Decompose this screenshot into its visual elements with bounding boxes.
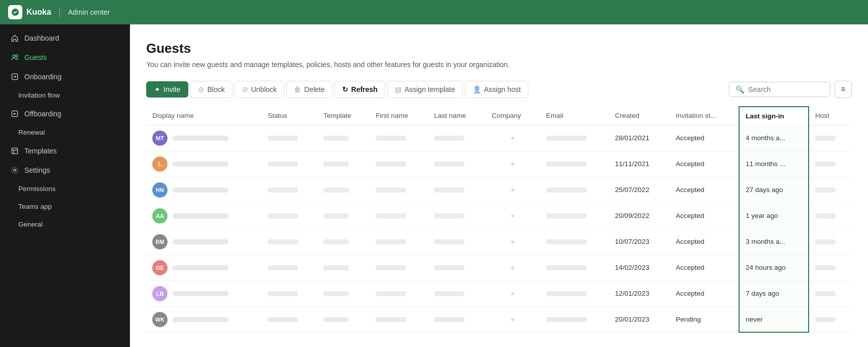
col-email[interactable]: Email bbox=[540, 107, 609, 125]
col-last-name[interactable]: Last name bbox=[428, 107, 486, 125]
firstname-placeholder bbox=[376, 213, 406, 218]
assign-host-button[interactable]: 👤 Assign host bbox=[465, 81, 528, 98]
col-template[interactable]: Template bbox=[317, 107, 370, 125]
table-row[interactable]: LB 12/01/2023Accepted7 days ago bbox=[146, 280, 852, 306]
offboarding-icon bbox=[10, 109, 19, 118]
search-input[interactable] bbox=[748, 85, 824, 93]
table-row[interactable]: HN 25/07/2022Accepted27 days ago bbox=[146, 177, 852, 203]
sidebar-item-permissions[interactable]: Permissions bbox=[0, 180, 130, 198]
refresh-button[interactable]: ↻ Refresh bbox=[335, 81, 385, 98]
col-created[interactable]: Created bbox=[609, 107, 670, 125]
col-display-name[interactable]: Display name bbox=[146, 107, 261, 125]
cell-created: 12/01/2023 bbox=[609, 280, 670, 306]
status-placeholder bbox=[268, 265, 298, 270]
status-placeholder bbox=[268, 213, 298, 218]
col-last-signin[interactable]: Last sign-in bbox=[739, 107, 809, 125]
name-placeholder bbox=[173, 239, 228, 244]
table-row[interactable]: AA 20/09/2022Accepted1 year ago bbox=[146, 203, 852, 229]
block-button[interactable]: ⊘ Block bbox=[190, 81, 232, 98]
col-first-name[interactable]: First name bbox=[370, 107, 428, 125]
lastname-placeholder bbox=[434, 162, 464, 167]
svg-point-2 bbox=[16, 55, 18, 57]
sidebar-item-general[interactable]: General bbox=[0, 215, 130, 233]
email-placeholder bbox=[546, 317, 587, 322]
cell-last-signin: 4 months a... bbox=[739, 125, 809, 151]
cell-first-name bbox=[370, 255, 428, 280]
cell-email bbox=[540, 255, 609, 280]
email-placeholder bbox=[546, 213, 587, 218]
company-placeholder bbox=[511, 214, 514, 217]
email-placeholder bbox=[546, 265, 587, 270]
invite-button[interactable]: ✦ Invite bbox=[146, 81, 188, 98]
table-row[interactable]: MT 28/01/2021Accepted4 months a... bbox=[146, 125, 852, 151]
sidebar-item-onboarding[interactable]: Onboarding bbox=[0, 67, 130, 86]
cell-host bbox=[809, 177, 852, 203]
cell-template bbox=[317, 229, 370, 255]
col-status[interactable]: Status bbox=[261, 107, 317, 125]
firstname-placeholder bbox=[376, 265, 406, 270]
email-placeholder bbox=[546, 239, 587, 244]
assign-template-button[interactable]: ▤ Assign template bbox=[387, 81, 463, 98]
delete-button[interactable]: 🗑 Delete bbox=[286, 81, 332, 98]
settings-icon bbox=[10, 166, 19, 175]
cell-template bbox=[317, 177, 370, 203]
company-placeholder bbox=[511, 137, 514, 140]
host-placeholder bbox=[815, 239, 836, 244]
svg-rect-5 bbox=[12, 148, 17, 153]
status-placeholder bbox=[268, 136, 298, 141]
cell-host bbox=[809, 151, 852, 177]
status-placeholder bbox=[268, 291, 298, 296]
sidebar-item-settings[interactable]: Settings bbox=[0, 161, 130, 180]
cell-template bbox=[317, 203, 370, 229]
logo[interactable]: Kuoka bbox=[8, 5, 51, 19]
col-company[interactable]: Company bbox=[486, 107, 540, 125]
sidebar-item-teams-app[interactable]: Teams app bbox=[0, 198, 130, 215]
cell-status bbox=[261, 151, 317, 177]
svg-point-1 bbox=[13, 55, 15, 57]
table-row[interactable]: OE 14/02/2023Accepted24 hours ago bbox=[146, 255, 852, 280]
firstname-placeholder bbox=[376, 291, 406, 296]
unblock-button[interactable]: ⊘ Unblock bbox=[235, 81, 285, 98]
cell-company bbox=[486, 125, 540, 151]
avatar: L bbox=[152, 156, 168, 172]
main-content: Guests You can invite new guests and man… bbox=[130, 24, 868, 347]
avatar: OE bbox=[152, 260, 168, 275]
cell-email bbox=[540, 203, 609, 229]
search-input-wrap[interactable]: 🔍 bbox=[729, 82, 830, 97]
cell-last-signin: 3 months a... bbox=[739, 229, 809, 255]
sidebar-item-dashboard[interactable]: Dashboard bbox=[0, 28, 130, 48]
cell-created: 14/02/2023 bbox=[609, 255, 670, 280]
cell-last-name bbox=[428, 255, 486, 280]
col-host[interactable]: Host bbox=[809, 107, 852, 125]
cell-first-name bbox=[370, 125, 428, 151]
cell-first-name bbox=[370, 280, 428, 306]
status-placeholder bbox=[268, 187, 298, 193]
col-invitation-status[interactable]: Invitation st... bbox=[670, 107, 739, 125]
sidebar-item-templates[interactable]: Templates bbox=[0, 141, 130, 161]
table-row[interactable]: WK 20/01/2023Pendingnever bbox=[146, 306, 852, 332]
sidebar-item-renewal[interactable]: Renewal bbox=[0, 123, 130, 141]
cell-host bbox=[809, 125, 852, 151]
cell-last-name bbox=[428, 203, 486, 229]
lastname-placeholder bbox=[434, 213, 464, 218]
sidebar-item-offboarding[interactable]: Offboarding bbox=[0, 104, 130, 123]
sidebar-item-guests[interactable]: Guests bbox=[0, 48, 130, 67]
table-row[interactable]: RM 10/07/2023Accepted3 months a... bbox=[146, 229, 852, 255]
cell-invitation-status: Accepted bbox=[670, 125, 739, 151]
cell-template bbox=[317, 255, 370, 280]
sidebar-label-dashboard: Dashboard bbox=[24, 34, 59, 42]
templates-icon bbox=[10, 146, 19, 155]
cell-status bbox=[261, 280, 317, 306]
cell-first-name bbox=[370, 306, 428, 332]
sidebar-item-invitation-flow[interactable]: Invitation flow bbox=[0, 86, 130, 104]
table-row[interactable]: L 11/11/2021Accepted11 months ... bbox=[146, 151, 852, 177]
cell-email bbox=[540, 177, 609, 203]
block-icon: ⊘ bbox=[198, 85, 204, 93]
email-placeholder bbox=[546, 187, 587, 193]
filter-button[interactable]: ≡ bbox=[834, 81, 852, 98]
email-placeholder bbox=[546, 291, 587, 296]
invite-label: Invite bbox=[163, 85, 180, 93]
cell-host bbox=[809, 203, 852, 229]
cell-last-signin: 24 hours ago bbox=[739, 255, 809, 280]
avatar: RM bbox=[152, 234, 168, 249]
